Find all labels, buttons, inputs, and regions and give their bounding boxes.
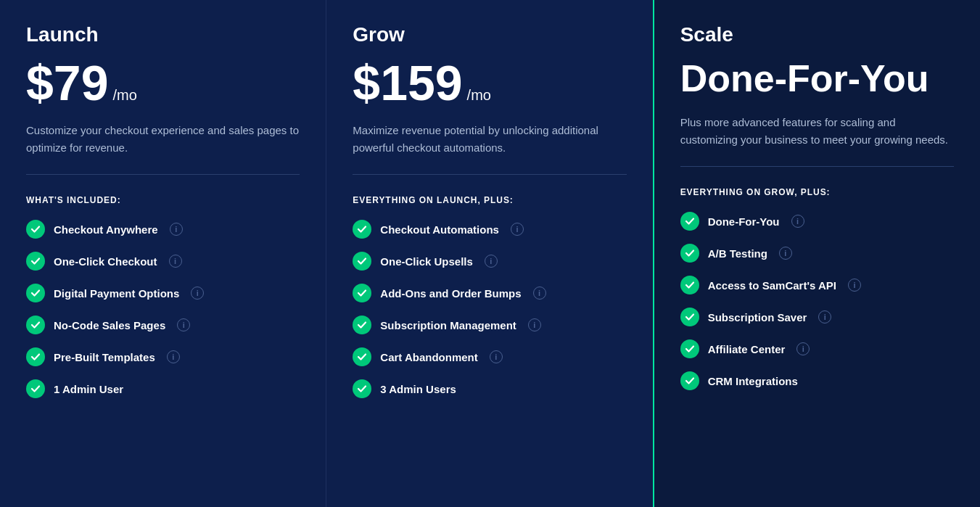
divider-scale <box>680 166 954 167</box>
feature-text: Add-Ons and Order Bumps <box>380 287 521 300</box>
price-row-grow: $159 /mo <box>353 58 626 107</box>
list-item: Digital Payment Options i <box>26 284 300 302</box>
section-label-launch: WHAT'S INCLUDED: <box>26 195 300 205</box>
info-icon[interactable]: i <box>528 318 541 331</box>
check-icon <box>26 252 45 271</box>
info-icon[interactable]: i <box>779 247 792 260</box>
check-icon <box>680 308 699 326</box>
list-item: Cart Abandonment i <box>353 347 626 366</box>
feature-text: Done-For-You <box>708 215 780 228</box>
feature-text: One-Click Upsells <box>380 255 473 268</box>
check-icon <box>353 316 371 334</box>
info-icon[interactable]: i <box>533 287 546 300</box>
check-icon <box>353 347 371 366</box>
check-icon <box>680 339 699 358</box>
plan-card-launch: Launch $79 /mo Customize your checkout e… <box>0 0 326 507</box>
info-icon[interactable]: i <box>490 350 503 363</box>
feature-text: No-Code Sales Pages <box>54 319 165 331</box>
list-item: 1 Admin User <box>26 379 300 398</box>
section-label-grow: EVERYTHING ON LAUNCH, PLUS: <box>353 195 626 205</box>
info-icon[interactable]: i <box>170 223 183 236</box>
check-icon <box>353 284 371 302</box>
price-period-launch: /mo <box>112 87 136 104</box>
info-icon[interactable]: i <box>796 342 810 355</box>
check-icon <box>26 220 45 239</box>
plan-description-grow: Maximize revenue potential by unlocking … <box>353 122 626 157</box>
list-item: 3 Admin Users <box>353 379 626 398</box>
info-icon[interactable]: i <box>818 310 831 323</box>
list-item: A/B Testing i <box>680 244 954 263</box>
divider-grow <box>353 174 626 175</box>
check-icon <box>353 379 371 398</box>
info-icon[interactable]: i <box>791 215 804 228</box>
features-list-scale: Done-For-You i A/B Testing i Access to S… <box>680 212 954 390</box>
plan-name-scale: Scale <box>680 23 954 46</box>
info-icon[interactable]: i <box>511 223 524 236</box>
info-icon[interactable]: i <box>177 318 190 331</box>
feature-text: Access to SamCart's API <box>708 279 836 292</box>
feature-text: One-Click Checkout <box>54 255 157 268</box>
plan-name-launch: Launch <box>26 23 300 46</box>
list-item: No-Code Sales Pages i <box>26 316 300 334</box>
price-amount-launch: $79 <box>26 58 108 107</box>
price-done-for-you: Done-For-You <box>680 58 954 99</box>
list-item: One-Click Checkout i <box>26 252 300 271</box>
check-icon <box>26 284 45 302</box>
price-period-grow: /mo <box>467 87 491 104</box>
check-icon <box>26 316 45 334</box>
check-icon <box>353 252 371 271</box>
feature-text: Digital Payment Options <box>54 287 179 300</box>
features-list-grow: Checkout Automations i One-Click Upsells… <box>353 220 626 398</box>
check-icon <box>26 347 45 366</box>
price-amount-grow: $159 <box>353 58 462 107</box>
info-icon[interactable]: i <box>848 279 861 292</box>
list-item: Affiliate Center i <box>680 339 954 358</box>
feature-text: A/B Testing <box>708 247 767 260</box>
section-label-scale: EVERYTHING ON GROW, PLUS: <box>680 187 954 197</box>
plan-description-scale: Plus more advanced features for scaling … <box>680 114 954 149</box>
plan-description-launch: Customize your checkout experience and s… <box>26 122 300 157</box>
plan-card-grow: Grow $159 /mo Maximize revenue potential… <box>326 0 652 507</box>
info-icon[interactable]: i <box>485 255 498 268</box>
list-item: Subscription Management i <box>353 316 626 334</box>
feature-text: Cart Abandonment <box>380 351 477 363</box>
feature-text: CRM Integrations <box>708 375 798 387</box>
feature-text: Pre-Built Templates <box>54 351 155 363</box>
divider-launch <box>26 174 300 175</box>
plan-card-scale: Scale Done-For-You Plus more advanced fe… <box>653 0 980 507</box>
check-icon <box>680 244 699 263</box>
list-item: One-Click Upsells i <box>353 252 626 271</box>
feature-text: Checkout Anywhere <box>54 223 158 236</box>
feature-text: Checkout Automations <box>380 223 499 236</box>
list-item: Done-For-You i <box>680 212 954 231</box>
plan-name-grow: Grow <box>353 23 626 46</box>
pricing-container: Launch $79 /mo Customize your checkout e… <box>0 0 980 507</box>
check-icon <box>26 379 45 398</box>
check-icon <box>680 212 699 231</box>
feature-text: 1 Admin User <box>54 383 123 395</box>
info-icon[interactable]: i <box>167 350 180 363</box>
list-item: Access to SamCart's API i <box>680 276 954 294</box>
feature-text: Affiliate Center <box>708 343 786 355</box>
features-list-launch: Checkout Anywhere i One-Click Checkout i… <box>26 220 300 398</box>
feature-text: Subscription Saver <box>708 311 807 323</box>
list-item: Checkout Automations i <box>353 220 626 239</box>
list-item: CRM Integrations <box>680 371 954 390</box>
price-row-launch: $79 /mo <box>26 58 300 107</box>
feature-text: 3 Admin Users <box>380 383 456 395</box>
list-item: Pre-Built Templates i <box>26 347 300 366</box>
info-icon[interactable]: i <box>169 255 182 268</box>
check-icon <box>680 371 699 390</box>
check-icon <box>680 276 699 294</box>
info-icon[interactable]: i <box>191 287 204 300</box>
list-item: Add-Ons and Order Bumps i <box>353 284 626 302</box>
feature-text: Subscription Management <box>380 319 516 331</box>
list-item: Subscription Saver i <box>680 308 954 326</box>
list-item: Checkout Anywhere i <box>26 220 300 239</box>
check-icon <box>353 220 371 239</box>
